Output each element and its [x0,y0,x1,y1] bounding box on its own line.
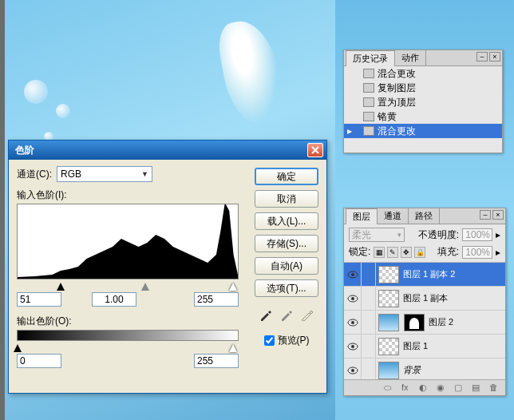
close-button[interactable] [307,143,323,157]
bubble [24,80,48,104]
layer-thumbnail[interactable] [378,290,399,307]
history-item[interactable]: 混合更改 [344,66,502,81]
blend-mode-select[interactable]: 柔光 ▾ [349,228,405,242]
dialog-titlebar[interactable]: 色阶 [9,141,326,160]
history-step-icon [363,97,374,107]
black-point-slider[interactable] [57,283,65,291]
save-button[interactable]: 存储(S)... [255,235,318,252]
adjustment-icon[interactable]: ◉ [437,382,448,394]
fill-arrow-icon[interactable]: ▸ [496,247,500,258]
trash-icon[interactable]: 🗑 [489,382,500,394]
layer-thumbnail[interactable] [378,362,399,379]
chevron-down-icon: ▾ [397,231,401,239]
svg-point-1 [351,273,354,276]
layer-mask-thumbnail[interactable] [404,314,425,331]
history-item[interactable]: 铬黄 [344,109,502,124]
channel-select[interactable]: RGB ▼ [57,166,152,182]
preview-checkbox[interactable] [264,335,275,346]
layer-name: 图层 2 [427,316,453,328]
lock-label: 锁定: [349,245,370,259]
link-cell[interactable] [362,359,376,382]
history-item[interactable]: ▸混合更改 [344,124,502,138]
tab-channels[interactable]: 通道 [377,208,409,224]
chevron-down-icon: ▼ [141,170,148,178]
visibility-toggle[interactable] [344,263,362,286]
bubble [56,104,70,118]
input-black-field[interactable] [17,292,61,307]
out-white-slider[interactable] [229,344,237,352]
minimize-icon[interactable]: – [476,52,488,61]
tab-history[interactable]: 历史记录 [346,50,395,66]
visibility-toggle[interactable] [344,311,362,334]
layer-row[interactable]: 图层 1 副本 [344,287,505,311]
history-item[interactable]: 置为顶层 [344,95,502,109]
layer-thumbnail[interactable] [378,314,399,331]
visibility-toggle[interactable] [344,287,362,310]
group-icon[interactable]: ▢ [454,382,465,394]
fx-icon[interactable]: fx [401,382,413,394]
lock-transparent-icon[interactable]: ▦ [374,247,385,258]
ok-button[interactable]: 确定 [255,168,318,185]
tab-actions[interactable]: 动作 [394,50,426,65]
cancel-button[interactable]: 取消 [255,190,318,208]
output-white-field[interactable] [194,354,239,368]
input-white-field[interactable] [194,292,239,307]
lock-paint-icon[interactable]: ✎ [387,247,398,258]
history-step-icon [363,69,374,78]
lock-move-icon[interactable]: ✥ [401,247,412,258]
layer-name: 图层 1 [401,340,428,352]
channel-value: RGB [61,168,81,180]
layer-row[interactable]: 图层 2 [344,311,505,335]
close-icon [311,146,319,154]
dialog-title-text: 色阶 [12,144,307,157]
auto-button[interactable]: 自动(A) [255,257,318,275]
new-layer-icon[interactable]: ▤ [472,382,483,394]
opacity-input[interactable]: 100% [462,228,492,241]
link-cell[interactable] [362,263,376,286]
output-black-field[interactable] [17,354,61,368]
minimize-icon[interactable]: – [480,210,491,220]
link-layers-icon[interactable]: ⬭ [384,382,395,394]
tab-layers[interactable]: 图层 [346,208,378,224]
link-cell[interactable] [362,287,376,310]
eye-icon [347,343,358,351]
pointer-icon: ▸ [347,125,352,137]
visibility-toggle[interactable] [344,359,362,382]
lock-all-icon[interactable]: 🔒 [414,247,425,258]
layer-thumbnail[interactable] [378,338,399,355]
gray-point-slider[interactable] [141,283,149,291]
input-slider-track[interactable] [17,279,239,291]
layer-row[interactable]: 图层 1 副本 2 [344,263,505,287]
layer-thumbnail[interactable] [378,266,399,283]
link-cell[interactable] [362,311,376,334]
close-icon[interactable]: × [489,52,500,61]
channel-label: 通道(C): [17,168,52,181]
layer-name: 图层 1 副本 2 [401,268,455,280]
link-cell[interactable] [362,335,376,358]
mask-icon[interactable]: ◐ [419,382,430,394]
layer-row[interactable]: 图层 1 [344,335,505,359]
fill-input[interactable]: 100% [462,246,492,259]
layer-list: 图层 1 副本 2图层 1 副本图层 2图层 1背景 [344,263,505,382]
svg-point-7 [351,345,354,348]
out-black-slider[interactable] [14,344,22,352]
eye-icon [347,319,358,327]
white-point-slider[interactable] [229,283,237,291]
close-icon[interactable]: × [492,210,504,220]
opacity-arrow-icon[interactable]: ▸ [496,229,500,240]
layer-name: 图层 1 副本 [401,292,448,304]
input-gamma-field[interactable] [92,292,136,307]
svg-point-3 [351,297,354,300]
tab-paths[interactable]: 路径 [408,208,440,224]
eyedropper-white-icon[interactable] [301,308,314,321]
levels-dialog: 色阶 通道(C): RGB ▼ 输入色阶(I): [8,140,327,394]
opacity-label: 不透明度: [418,228,459,242]
load-button[interactable]: 载入(L)... [255,212,318,230]
options-button[interactable]: 选项(T)... [255,279,318,297]
eyedropper-gray-icon[interactable] [280,308,293,321]
history-item[interactable]: 复制图层 [344,81,502,95]
output-slider-track[interactable] [17,341,239,352]
eyedropper-black-icon[interactable] [259,308,272,321]
visibility-toggle[interactable] [344,335,362,358]
eye-icon [347,367,358,374]
